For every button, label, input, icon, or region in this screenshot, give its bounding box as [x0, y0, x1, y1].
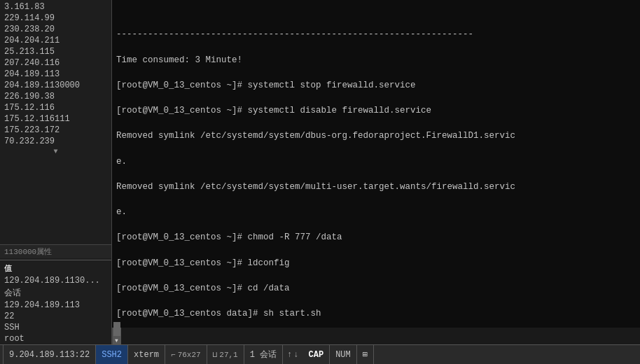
- statusbar-ssh2: SSH2: [96, 345, 128, 364]
- terminal-line: [root@VM_0_13_centos ~]# systemctl stop …: [116, 79, 636, 92]
- size-label: 76x27: [178, 351, 201, 359]
- connection-label: 9.204.189.113:22: [9, 350, 90, 360]
- sidebar-item[interactable]: 175.12.116: [0, 102, 111, 113]
- sidebar-ip-list: 3.161.83 229.114.99 230.238.20 204.204.2…: [0, 0, 111, 244]
- terminal-wrapper: ----------------------------------------…: [112, 0, 640, 344]
- sidebar-value-item[interactable]: 会话: [0, 286, 111, 300]
- xterm-label: xterm: [134, 350, 159, 360]
- ssh2-label: SSH2: [102, 350, 122, 360]
- sidebar: 3.161.83 229.114.99 230.238.20 204.204.2…: [0, 0, 112, 344]
- position-label: 27,1: [219, 351, 237, 359]
- terminal-line: ----------------------------------------…: [116, 28, 636, 41]
- terminal-output[interactable]: ----------------------------------------…: [112, 0, 640, 328]
- sidebar-attr-section: 1130000属性 值 129.204.189.1130... 会话 129.2…: [0, 244, 111, 344]
- statusbar-size: ⌐ 76x27: [165, 345, 207, 364]
- sidebar-item[interactable]: 226.190.38: [0, 91, 111, 102]
- size-icon: ⌐: [171, 351, 176, 359]
- statusbar-scroll-indicator: ⊞: [357, 345, 374, 364]
- scroll-icon: ⊞: [363, 349, 368, 360]
- sidebar-item[interactable]: 230.238.20: [0, 24, 111, 35]
- sidebar-item[interactable]: 204.204.211: [0, 35, 111, 46]
- terminal-line: [root@VM_0_13_centos data]# sh start.sh: [116, 307, 636, 320]
- scrollbar-thumb[interactable]: [113, 322, 120, 336]
- scroll-down-indicator[interactable]: ▼: [0, 147, 111, 156]
- line-icon: ⊔: [213, 350, 218, 359]
- sidebar-item[interactable]: 70.232.239: [0, 136, 111, 147]
- terminal-line: e.: [116, 206, 636, 218]
- sidebar-item[interactable]: 204.189.113: [0, 69, 111, 80]
- sidebar-item[interactable]: 207.240.116: [0, 57, 111, 69]
- sidebar-item[interactable]: 25.213.115: [0, 46, 111, 57]
- statusbar-arrow-group: ↑ ↓: [283, 350, 302, 360]
- statusbar-cap: CAP: [303, 345, 331, 364]
- terminal-line: [root@VM_0_13_centos ~]# systemctl disab…: [116, 104, 636, 117]
- terminal-line: Time consumed: 3 Minute!: [116, 54, 636, 66]
- sessions-label: 1 会话: [250, 349, 277, 360]
- down-arrow-icon[interactable]: ↓: [293, 350, 298, 360]
- num-label: NUM: [335, 350, 351, 360]
- sidebar-value-item[interactable]: 129.204.189.113: [0, 300, 111, 311]
- terminal-line: [root@VM_0_13_centos ~]# cd /data: [116, 282, 636, 295]
- terminal-line: [root@VM_0_13_centos ~]# chmod -R 777 /d…: [116, 231, 636, 244]
- scrollbar-down-arrow[interactable]: ▼: [113, 336, 121, 344]
- terminal-line: Removed symlink /etc/systemd/system/dbus…: [116, 130, 636, 142]
- sidebar-item[interactable]: 3.161.83: [0, 1, 111, 13]
- sidebar-value-item[interactable]: root: [0, 333, 111, 344]
- cap-label: CAP: [309, 350, 324, 360]
- sidebar-item[interactable]: 175.223.172: [0, 125, 111, 136]
- terminal-line: e.: [116, 155, 636, 168]
- statusbar-connection: 9.204.189.113:22: [3, 345, 96, 364]
- sidebar-value-item[interactable]: SSH: [0, 322, 111, 333]
- sidebar-item[interactable]: 229.114.99: [0, 13, 111, 24]
- sidebar-value-item[interactable]: 22: [0, 311, 111, 322]
- terminal-line: Removed symlink /etc/systemd/system/mult…: [116, 181, 636, 193]
- statusbar-sessions: 1 会话: [244, 345, 283, 364]
- value-label: 值: [0, 262, 111, 275]
- terminal-scrollbar[interactable]: ▲ ▼: [112, 328, 120, 344]
- statusbar: 9.204.189.113:22 SSH2 xterm ⌐ 76x27 ⊔ 27…: [0, 344, 640, 364]
- sidebar-value-item[interactable]: 129.204.189.1130...: [0, 275, 111, 286]
- sidebar-item[interactable]: 204.189.1130000: [0, 80, 111, 91]
- statusbar-xterm: xterm: [128, 345, 165, 364]
- attr-label: 1130000属性: [0, 245, 111, 258]
- statusbar-num: NUM: [330, 345, 357, 364]
- up-arrow-icon[interactable]: ↑: [287, 350, 292, 360]
- sidebar-divider: [0, 260, 111, 260]
- terminal-line: [root@VM_0_13_centos ~]# ldconfig: [116, 257, 636, 270]
- sidebar-item[interactable]: 175.12.116111: [0, 113, 111, 125]
- statusbar-position: ⊔ 27,1: [207, 345, 244, 364]
